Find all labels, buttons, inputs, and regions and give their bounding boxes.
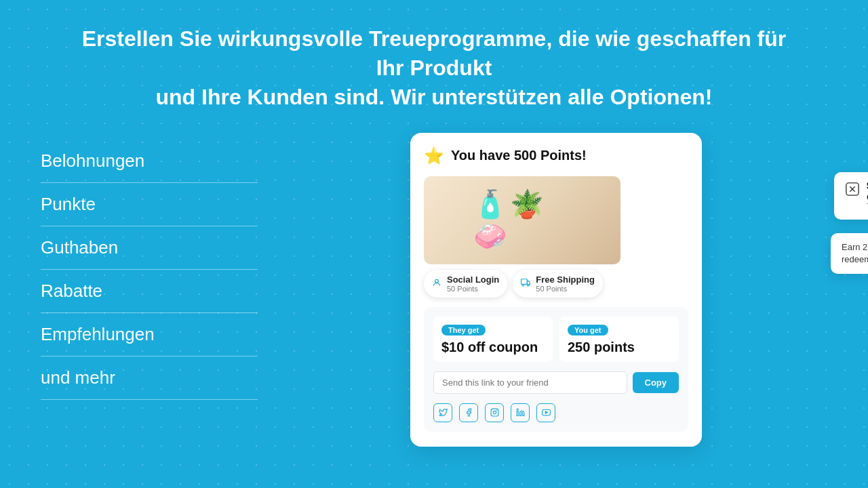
star-icon: ⭐ — [424, 146, 444, 165]
coupon-card: $15 off coupon 750 Points — [834, 172, 868, 220]
svg-rect-7 — [517, 411, 518, 416]
you-get-badge: You get — [568, 325, 608, 336]
send-link-input[interactable] — [433, 371, 627, 394]
nav-item-guthaben[interactable]: Guthaben — [41, 226, 258, 270]
send-link-row: Copy — [433, 371, 679, 394]
referral-section: They get $10 off coupon You get 250 poin… — [424, 307, 688, 432]
nav-item-punkte[interactable]: Punkte — [41, 183, 258, 226]
left-nav: Belohnungen Punkte Guthaben Rabatte Empf… — [41, 133, 258, 400]
you-get-value: 250 points — [568, 340, 671, 355]
person-icon — [432, 278, 441, 289]
they-get-value: $10 off coupon — [441, 340, 545, 355]
nav-item-empfehlungen[interactable]: Empfehlungen — [41, 313, 258, 357]
referral-row: They get $10 off coupon You get 250 poin… — [433, 317, 679, 362]
points-header: ⭐ You have 500 Points! — [424, 146, 688, 165]
coupon-icon — [845, 182, 860, 200]
svg-marker-9 — [545, 411, 547, 413]
youtube-icon[interactable] — [536, 403, 555, 422]
svg-point-6 — [496, 410, 497, 411]
product-image — [424, 176, 620, 264]
svg-point-5 — [493, 411, 496, 413]
svg-point-8 — [517, 409, 518, 410]
instagram-icon[interactable] — [485, 403, 504, 422]
free-shipping-badge: Free Shipping 50 Points — [513, 270, 603, 298]
header-title: Erstellen Sie wirkungsvolle Treueprogram… — [68, 24, 800, 113]
truck-icon — [521, 278, 530, 289]
they-get-badge: They get — [441, 325, 486, 336]
nav-item-und-mehr[interactable]: und mehr — [41, 357, 258, 400]
header-section: Erstellen Sie wirkungsvolle Treueprogram… — [0, 0, 868, 133]
copy-button[interactable]: Copy — [633, 372, 679, 393]
social-login-badge: Social Login 50 Points — [424, 270, 507, 298]
svg-point-0 — [435, 279, 439, 283]
earn-more-card: Earn 250 more Points to redeem — [831, 233, 868, 274]
you-get-box: You get 250 points — [559, 317, 679, 362]
right-section: ⭐ You have 500 Points! — [285, 133, 827, 447]
points-text: You have 500 Points! — [451, 148, 587, 163]
svg-point-3 — [528, 284, 530, 286]
linkedin-icon[interactable] — [511, 403, 530, 422]
nav-item-belohnungen[interactable]: Belohnungen — [41, 140, 258, 183]
svg-rect-4 — [491, 409, 498, 416]
image-row: Social Login 50 Points Free Shipping — [424, 176, 688, 298]
they-get-box: They get $10 off coupon — [433, 317, 553, 362]
svg-point-2 — [522, 284, 524, 286]
earn-more-text: Earn 250 more Points to redeem — [842, 241, 868, 266]
twitter-icon[interactable] — [433, 403, 452, 422]
loyalty-card: ⭐ You have 500 Points! — [410, 133, 702, 447]
svg-rect-1 — [521, 279, 528, 284]
facebook-icon[interactable] — [459, 403, 478, 422]
social-row — [433, 402, 679, 422]
nav-item-rabatte[interactable]: Rabatte — [41, 270, 258, 313]
